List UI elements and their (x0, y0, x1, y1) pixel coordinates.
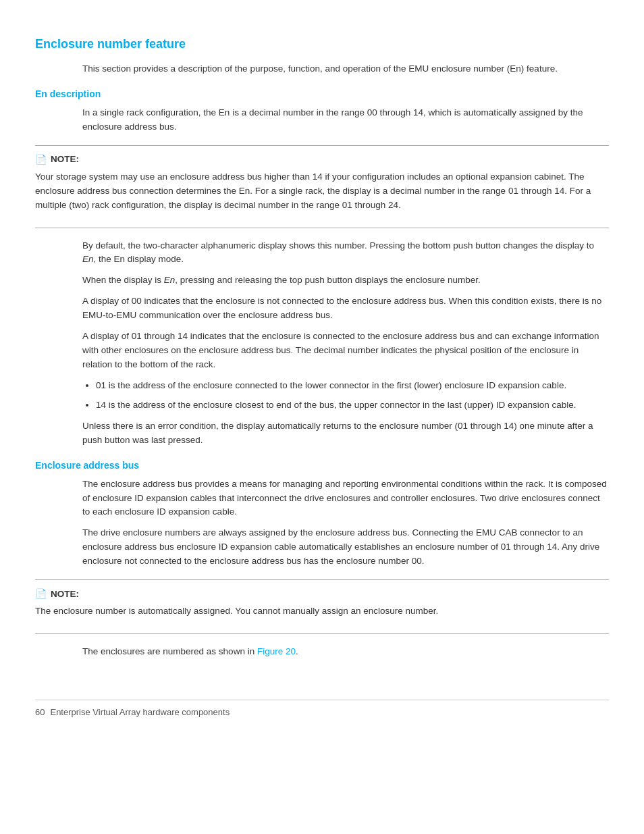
subsection1-para3: When the display is En, pressing and rel… (82, 273, 609, 288)
note2-header: 📄 NOTE: (35, 588, 609, 599)
section-title: Enclosure number feature (35, 37, 609, 51)
subsection2-title: Enclosure address bus (35, 460, 609, 471)
bullet-list-1: 01 is the address of the enclosure conne… (96, 379, 609, 413)
subsection1-para6: Unless there is an error condition, the … (82, 419, 609, 448)
bullet-item-2: 14 is the address of the enclosure close… (96, 398, 609, 413)
note-icon-2: 📄 (35, 588, 47, 599)
note1-header: 📄 NOTE: (35, 154, 609, 165)
note1-text: Your storage system may use an enclosure… (35, 170, 609, 213)
subsection1-para4: A display of 00 indicates that the enclo… (82, 294, 609, 323)
intro-paragraph: This section provides a description of t… (82, 62, 609, 76)
footer-page-number: 60 (35, 707, 45, 717)
bullet-item-1: 01 is the address of the enclosure conne… (96, 379, 609, 393)
subsection2-para2: The drive enclosure numbers are always a… (82, 526, 609, 569)
subsection1-para2: By default, the two-character alphanumer… (82, 239, 609, 267)
note-box-2: 📄 NOTE: The enclosure number is automati… (35, 579, 609, 634)
note2-label: NOTE: (51, 589, 79, 599)
page-footer: 60 Enterprise Virtual Array hardware com… (35, 700, 609, 717)
subsection1-title: En description (35, 88, 609, 99)
page-container: Enclosure number feature This section pr… (0, 0, 644, 754)
subsection1-para5: A display of 01 through 14 indicates tha… (82, 330, 609, 372)
subsection1-para1: In a single rack configuration, the En i… (82, 106, 609, 134)
para3-prefix: The enclosures are numbered as shown in (82, 646, 257, 656)
note-box-1: 📄 NOTE: Your storage system may use an e… (35, 145, 609, 228)
subsection2-para1: The enclosure address bus provides a mea… (82, 477, 609, 520)
figure20-link[interactable]: Figure 20 (257, 646, 296, 656)
subsection2-para3: The enclosures are numbered as shown in … (82, 645, 609, 659)
note-icon-1: 📄 (35, 154, 47, 165)
note2-text: The enclosure number is automatically as… (35, 604, 609, 619)
para3-suffix: . (296, 646, 298, 656)
note1-label: NOTE: (51, 154, 79, 164)
footer-text: Enterprise Virtual Array hardware compon… (50, 707, 230, 717)
